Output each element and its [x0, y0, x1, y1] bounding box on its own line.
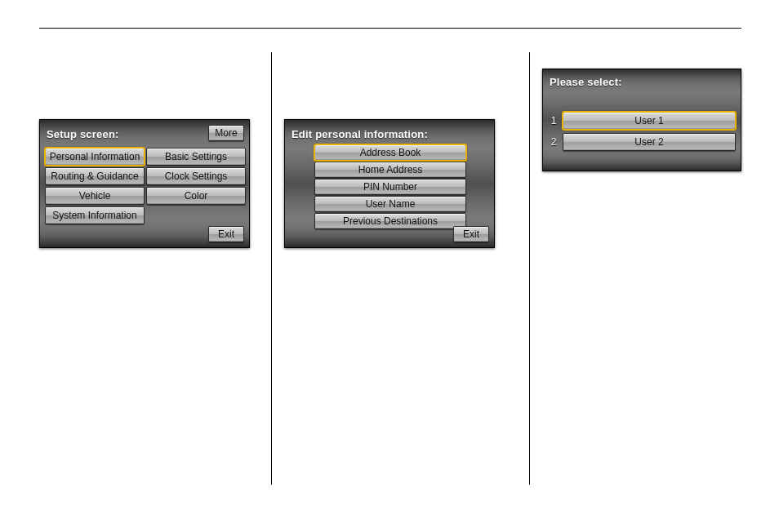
- user-select-panel: Please select: 1 User 1 2 User 2: [542, 69, 741, 171]
- basic-settings-button[interactable]: Basic Settings: [146, 148, 246, 166]
- edit-personal-info-panel: Edit personal information: Address Book …: [284, 119, 495, 248]
- color-button[interactable]: Color: [146, 187, 246, 205]
- address-book-button[interactable]: Address Book: [314, 144, 466, 161]
- user-1-button[interactable]: User 1: [563, 112, 736, 130]
- vehicle-button[interactable]: Vehicle: [45, 187, 145, 205]
- personal-information-button[interactable]: Personal Information: [45, 148, 145, 166]
- edit-title: Edit personal information:: [292, 128, 428, 140]
- column-divider-1: [271, 52, 272, 485]
- home-address-button[interactable]: Home Address: [314, 162, 466, 178]
- previous-destinations-button[interactable]: Previous Destinations: [314, 213, 466, 229]
- system-information-button[interactable]: System Information: [45, 206, 145, 224]
- setup-exit-button[interactable]: Exit: [208, 226, 244, 242]
- select-title: Please select:: [550, 76, 622, 88]
- user-row-2: 2 User 2: [550, 133, 736, 151]
- setup-title: Setup screen:: [47, 128, 119, 140]
- routing-guidance-button[interactable]: Routing & Guidance: [45, 167, 145, 185]
- user-number-1: 1: [550, 115, 558, 126]
- user-rows: 1 User 1 2 User 2: [550, 112, 736, 151]
- clock-settings-button[interactable]: Clock Settings: [146, 167, 246, 185]
- user-number-2: 2: [550, 136, 558, 148]
- pin-number-button[interactable]: PIN Number: [314, 179, 466, 195]
- setup-screen-panel: Setup screen: More Personal Information …: [39, 119, 250, 248]
- user-2-button[interactable]: User 2: [563, 133, 736, 151]
- horizontal-rule: [39, 28, 741, 29]
- user-name-button[interactable]: User Name: [314, 196, 466, 212]
- edit-exit-button[interactable]: Exit: [453, 226, 489, 242]
- setup-button-grid: Personal Information Basic Settings Rout…: [45, 148, 246, 224]
- user-row-1: 1 User 1: [550, 112, 736, 130]
- edit-item-stack: Address Book Home Address PIN Number Use…: [314, 144, 466, 229]
- more-button[interactable]: More: [208, 125, 244, 141]
- column-divider-2: [529, 52, 530, 485]
